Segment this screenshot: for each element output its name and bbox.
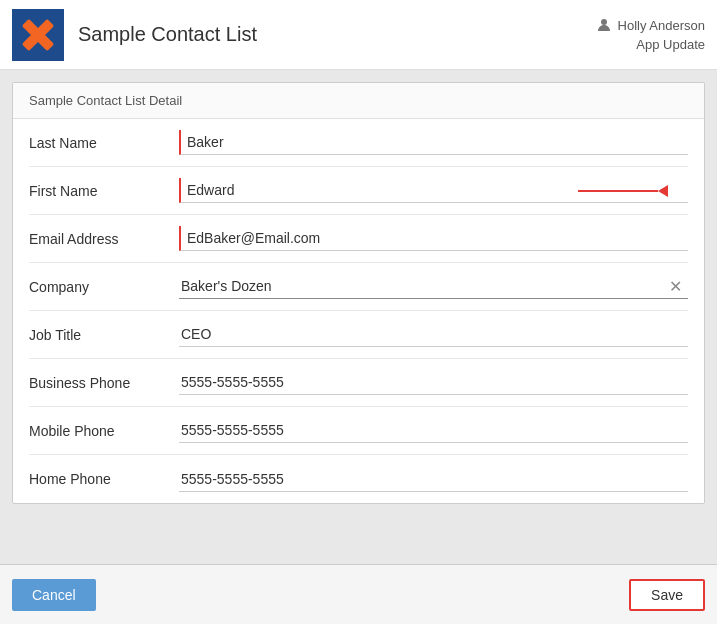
- input-business_phone[interactable]: [179, 370, 688, 395]
- input-wrap-email_address: [179, 226, 688, 251]
- form-row-home_phone: Home Phone: [29, 455, 688, 503]
- input-mobile_phone[interactable]: [179, 418, 688, 443]
- form-row-email_address: Email Address: [29, 215, 688, 263]
- input-wrap-first_name: [179, 178, 688, 203]
- input-last_name[interactable]: [179, 130, 688, 155]
- app-logo: [12, 9, 64, 61]
- app-title: Sample Contact List: [78, 23, 596, 46]
- header-right: Holly Anderson App Update: [596, 17, 705, 52]
- app-header: Sample Contact List Holly Anderson App U…: [0, 0, 717, 70]
- footer: Cancel Save: [0, 564, 717, 624]
- form-row-job_title: Job Title: [29, 311, 688, 359]
- input-home_phone[interactable]: [179, 467, 688, 492]
- label-company: Company: [29, 279, 179, 295]
- label-email_address: Email Address: [29, 231, 179, 247]
- user-name: Holly Anderson: [618, 18, 705, 33]
- person-icon: [596, 17, 612, 33]
- label-job_title: Job Title: [29, 327, 179, 343]
- label-mobile_phone: Mobile Phone: [29, 423, 179, 439]
- arrow-head: [658, 185, 668, 197]
- main-content: Sample Contact List Detail Last NameFirs…: [0, 70, 717, 564]
- form-row-company: Company✕: [29, 263, 688, 311]
- input-wrap-job_title: [179, 322, 688, 347]
- form-row-first_name: First Name: [29, 167, 688, 215]
- user-info: Holly Anderson: [596, 17, 705, 33]
- form-row-last_name: Last Name: [29, 119, 688, 167]
- form-card: Sample Contact List Detail Last NameFirs…: [12, 82, 705, 504]
- form-section-title: Sample Contact List Detail: [13, 83, 704, 119]
- input-job_title[interactable]: [179, 322, 688, 347]
- input-wrap-company: ✕: [179, 274, 688, 299]
- input-wrap-business_phone: [179, 370, 688, 395]
- label-last_name: Last Name: [29, 135, 179, 151]
- input-email_address[interactable]: [179, 226, 688, 251]
- cancel-button[interactable]: Cancel: [12, 579, 96, 611]
- input-wrap-mobile_phone: [179, 418, 688, 443]
- input-wrap-last_name: [179, 130, 688, 155]
- label-home_phone: Home Phone: [29, 471, 179, 487]
- input-company[interactable]: [179, 274, 688, 299]
- arrow-annotation: [578, 185, 668, 197]
- label-first_name: First Name: [29, 183, 179, 199]
- app-update-link[interactable]: App Update: [636, 37, 705, 52]
- form-row-mobile_phone: Mobile Phone: [29, 407, 688, 455]
- label-business_phone: Business Phone: [29, 375, 179, 391]
- arrow-line: [578, 190, 658, 192]
- input-wrap-home_phone: [179, 467, 688, 492]
- form-row-business_phone: Business Phone: [29, 359, 688, 407]
- logo-icon: [20, 17, 56, 53]
- form-body: Last NameFirst NameEmail AddressCompany✕…: [13, 119, 704, 503]
- save-button[interactable]: Save: [629, 579, 705, 611]
- svg-point-0: [601, 19, 607, 25]
- clear-button-company[interactable]: ✕: [665, 279, 686, 295]
